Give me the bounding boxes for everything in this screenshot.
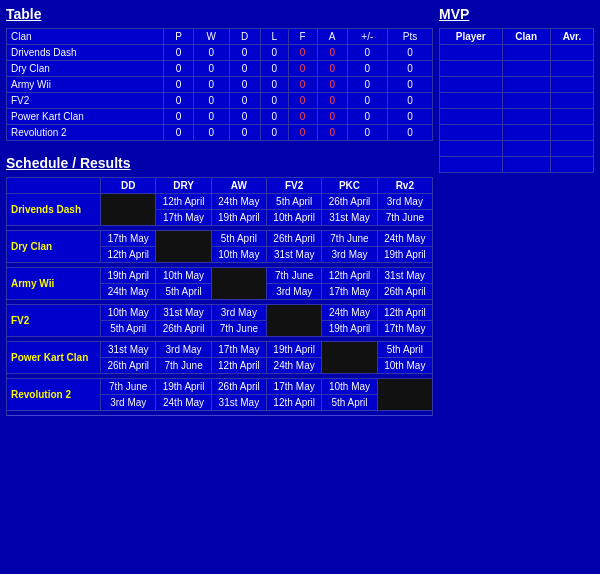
standings-table: ClanPWDLFA+/-Pts Drivends Dash00000000Dr… [6,28,433,141]
mvp-cell-avr [550,61,593,77]
schedule-cell: 31st May [101,342,156,358]
schedule-col-header: DD [101,178,156,194]
standings-cell-diff: 0 [347,61,387,77]
schedule-cell: 17th May [377,321,432,337]
mvp-cell-player [440,61,503,77]
schedule-title: Schedule / Results [6,155,433,171]
schedule-cell: 19th April [377,247,432,263]
schedule-row: Drivends Dash12th April24th May5th April… [7,194,433,210]
schedule-cell: 7th June [211,321,266,337]
schedule-cell: 31st May [211,395,266,411]
mvp-cell-clan [502,157,550,173]
schedule-col-header: DRY [156,178,211,194]
standings-cell-f: 0 [288,125,317,141]
mvp-cell-avr [550,77,593,93]
schedule-row: Power Kart Clan31st May3rd May17th May19… [7,342,433,358]
schedule-cell: 31st May [322,210,377,226]
mvp-cell-clan [502,93,550,109]
schedule-cell: 26th April [156,321,211,337]
mvp-cell-avr [550,93,593,109]
standings-cell-p: 0 [164,77,194,93]
standings-row: FV200000000 [7,93,433,109]
standings-cell-p: 0 [164,93,194,109]
standings-cell-d: 0 [229,77,260,93]
standings-cell-d: 0 [229,125,260,141]
standings-cell-w: 0 [194,61,229,77]
standings-cell-f: 0 [288,61,317,77]
standings-cell-clan: Power Kart Clan [7,109,164,125]
schedule-col-header: AW [211,178,266,194]
schedule-cell [211,268,266,300]
standings-header-l: L [260,29,288,45]
mvp-cell-clan [502,45,550,61]
schedule-row: FV210th May31st May3rd May24th May12th A… [7,305,433,321]
standings-cell-f: 0 [288,77,317,93]
standings-cell-d: 0 [229,109,260,125]
schedule-cell: 12th April [211,358,266,374]
standings-cell-l: 0 [260,61,288,77]
standings-cell-pts: 0 [387,125,432,141]
standings-cell-l: 0 [260,93,288,109]
schedule-cell: 7th June [377,210,432,226]
mvp-table: PlayerClanAvr. [439,28,594,173]
schedule-cell: 26th April [322,194,377,210]
schedule-cell: 12th April [322,268,377,284]
schedule-cell: 26th April [211,379,266,395]
schedule-clan-label: Dry Clan [7,231,101,263]
standings-cell-w: 0 [194,77,229,93]
mvp-cell-player [440,125,503,141]
standings-header-+/-: +/- [347,29,387,45]
standings-cell-diff: 0 [347,109,387,125]
standings-cell-pts: 0 [387,109,432,125]
schedule-clan-label: Drivends Dash [7,194,101,226]
schedule-cell: 24th May [156,395,211,411]
schedule-cell [101,194,156,226]
schedule-cell: 31st May [267,247,322,263]
standings-cell-f: 0 [288,45,317,61]
schedule-cell: 24th May [322,305,377,321]
schedule-cell: 3rd May [322,247,377,263]
schedule-cell: 5th April [267,194,322,210]
mvp-row [440,125,594,141]
mvp-cell-player [440,77,503,93]
mvp-cell-avr [550,125,593,141]
schedule-cell: 3rd May [267,284,322,300]
schedule-cell [267,305,322,337]
standings-cell-clan: Army Wii [7,77,164,93]
schedule-cell: 17th May [211,342,266,358]
standings-cell-pts: 0 [387,45,432,61]
schedule-cell [377,379,432,411]
schedule-cell: 26th April [267,231,322,247]
schedule-clan-label: Revolution 2 [7,379,101,411]
standings-row: Drivends Dash00000000 [7,45,433,61]
standings-row: Army Wii00000000 [7,77,433,93]
schedule-cell: 17th May [267,379,322,395]
standings-cell-a: 0 [317,45,347,61]
mvp-cell-player [440,141,503,157]
standings-cell-w: 0 [194,125,229,141]
standings-cell-a: 0 [317,61,347,77]
schedule-row: Dry Clan17th May5th April26th April7th J… [7,231,433,247]
schedule-cell: 17th May [322,284,377,300]
schedule-cell: 12th April [267,395,322,411]
standings-cell-p: 0 [164,125,194,141]
standings-cell-diff: 0 [347,77,387,93]
schedule-cell: 24th May [377,231,432,247]
mvp-cell-player [440,157,503,173]
schedule-cell [156,231,211,263]
mvp-cell-avr [550,109,593,125]
schedule-cell: 24th May [211,194,266,210]
standings-header-clan: Clan [7,29,164,45]
standings-cell-w: 0 [194,45,229,61]
mvp-header-clan: Clan [502,29,550,45]
schedule-cell: 5th April [322,395,377,411]
standings-cell-f: 0 [288,93,317,109]
mvp-row [440,141,594,157]
standings-cell-p: 0 [164,61,194,77]
mvp-cell-player [440,45,503,61]
standings-cell-f: 0 [288,109,317,125]
standings-cell-a: 0 [317,109,347,125]
standings-cell-p: 0 [164,45,194,61]
standings-header-f: F [288,29,317,45]
schedule-cell: 5th April [156,284,211,300]
